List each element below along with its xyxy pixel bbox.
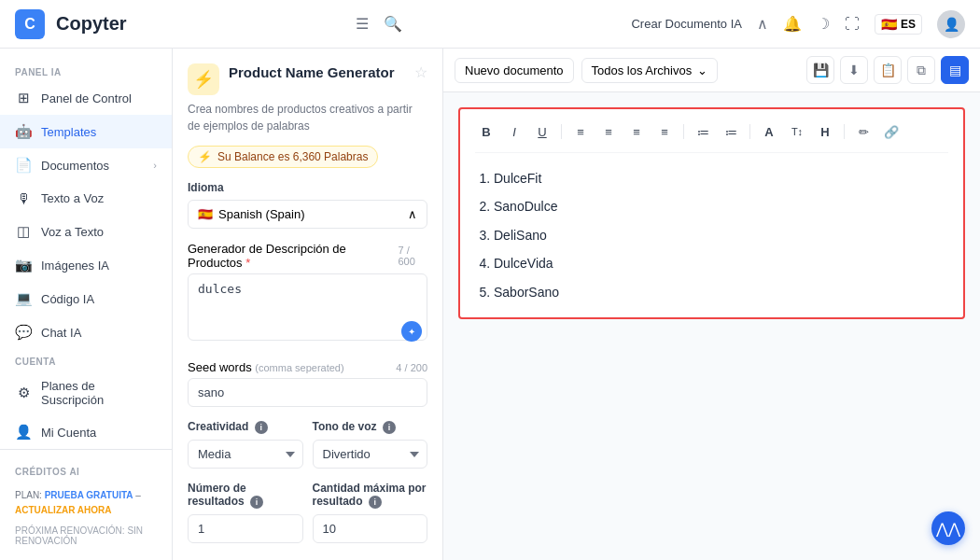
justify-button[interactable]: ≡ [653, 120, 676, 143]
sidebar-item-chat-ia[interactable]: 💬 Chat IA [0, 315, 172, 349]
creativity-info-icon[interactable]: i [255, 421, 268, 434]
language-field-label: Idioma [188, 181, 427, 194]
tone-field: Tono de voz i Divertido [313, 420, 428, 469]
max-field: Cantidad máxima por resultado i [313, 482, 428, 543]
sidebar-bottom: CRÉDITOS AI PLAN: PRUEBA GRATUITA – ACTU… [0, 449, 172, 560]
sidebar-item-codigo-ia[interactable]: 💻 Código IA [0, 282, 172, 315]
list-item: SaborSano [494, 278, 948, 306]
search-icon[interactable]: 🔍 [384, 15, 402, 33]
align-left-button[interactable]: ≡ [569, 120, 592, 143]
list-item: DulceVida [494, 249, 948, 277]
duplicate-icon-btn[interactable]: ⧉ [907, 56, 935, 84]
bold-button[interactable]: B [475, 120, 497, 143]
nav-right: Crear Documento IA ∧ 🔔 ☽ ⛶ 🇪🇸 ES 👤 [631, 10, 965, 38]
underline-button[interactable]: U [531, 120, 553, 143]
scroll-to-top-button[interactable]: ⋀⋀ [931, 511, 965, 545]
plan-renewal-text: PRÓXIMA RENOVACIÓN: SIN RENOVACIÓN [0, 525, 172, 552]
description-counter: 7 / 600 [398, 245, 427, 267]
description-label: Generador de Descripción de Productos * [188, 242, 398, 270]
chevron-right-icon: › [153, 160, 157, 171]
results-input[interactable] [188, 514, 303, 543]
max-label: Cantidad máxima por resultado i [313, 482, 428, 509]
sidebar-item-planes[interactable]: ⚙ Planes de Suscripción [0, 371, 172, 415]
heading-button[interactable]: H [814, 120, 836, 143]
max-input[interactable] [313, 514, 428, 543]
plan-badge: PLAN: PRUEBA GRATUITA – ACTUALIZAR AHORA [0, 481, 172, 525]
font-color-button[interactable]: A [758, 120, 780, 143]
sidebar-item-imagenes-ia[interactable]: 📷 Imágenes IA [0, 248, 172, 282]
tone-select[interactable]: Divertido [313, 440, 428, 469]
text-to-speech-icon: 🎙 [15, 190, 32, 206]
max-info-icon[interactable]: i [369, 496, 382, 509]
ordered-list-button[interactable]: ≔ [692, 120, 714, 143]
download-icon-btn[interactable]: ⬇ [840, 56, 868, 84]
sidebar-item-panel-control[interactable]: ⊞ Panel de Control [0, 81, 172, 115]
user-avatar[interactable]: 👤 [937, 10, 965, 38]
app-name: Copyter [56, 13, 127, 35]
results-field: Número de resultados i [188, 482, 303, 543]
language-badge[interactable]: 🇪🇸 ES [875, 14, 922, 35]
editor-panel: Nuevo documento Todos los Archivos ⌄ 💾 ⬇… [443, 49, 980, 560]
sidebar-item-texto-voz[interactable]: 🎙 Texto a Voz [0, 182, 172, 215]
description-field-row: Generador de Descripción de Productos * … [188, 242, 427, 270]
plan-upgrade-link[interactable]: ACTUALIZAR AHORA [15, 505, 112, 515]
grid-icon: ⊞ [15, 90, 32, 106]
archive-dropdown[interactable]: Todos los Archivos ⌄ [581, 58, 719, 83]
output-list: DulceFitSanoDulceDeliSanoDulceVidaSaborS… [475, 164, 948, 306]
sidebar-label-chat: Chat IA [41, 326, 157, 340]
sidebar-item-documentos[interactable]: 📄 Documentos › [0, 148, 172, 182]
lang-code: ES [901, 18, 916, 31]
dark-mode-icon[interactable]: ☽ [817, 15, 830, 33]
align-center-button[interactable]: ≡ [597, 120, 620, 143]
required-indicator: * [245, 256, 250, 270]
favorite-icon[interactable]: ☆ [414, 63, 427, 81]
editor-toolbar-top: Nuevo documento Todos los Archivos ⌄ 💾 ⬇… [443, 49, 980, 92]
sidebar: PANEL IA ⊞ Panel de Control 🤖 Templates … [0, 49, 173, 560]
unordered-list-button[interactable]: ≔ [720, 120, 742, 143]
notifications-icon[interactable]: 🔔 [783, 15, 802, 33]
save-icon-btn[interactable]: 💾 [806, 56, 834, 84]
ai-assist-icon[interactable]: ✦ [401, 321, 422, 342]
results-label: Número de resultados i [188, 482, 303, 509]
chat-icon: 💬 [15, 324, 32, 341]
copy-icon-btn[interactable]: 📋 [874, 56, 902, 84]
nav-icons-left: ☰ 🔍 [356, 15, 402, 33]
seed-counter: 4 / 200 [396, 362, 427, 373]
language-select[interactable]: 🇪🇸 Spanish (Spain) ∧ [188, 200, 427, 229]
dropdown-chevron-icon: ⌄ [697, 63, 707, 77]
account-icon: 👤 [15, 424, 32, 441]
flag-icon: 🇪🇸 [881, 17, 897, 32]
code-icon: 💻 [15, 290, 32, 307]
new-document-dropdown[interactable]: Nuevo documento [455, 58, 574, 83]
archive-label: Todos los Archivos [592, 63, 693, 77]
fullscreen-icon[interactable]: ⛶ [845, 16, 860, 33]
template-view-btn[interactable]: ▤ [941, 56, 969, 84]
plan-separator: – [135, 490, 141, 500]
lightning-icon: ⚡ [198, 150, 212, 163]
sidebar-item-mi-cuenta[interactable]: 👤 Mi Cuenta [0, 415, 172, 449]
plan-label: PLAN: [15, 490, 42, 500]
plan-free-link[interactable]: PRUEBA GRATUITA [45, 490, 133, 500]
link-button[interactable]: 🔗 [880, 120, 903, 143]
description-textarea[interactable] [188, 273, 427, 341]
creativity-field: Creatividad i Media [188, 420, 303, 469]
sidebar-item-templates[interactable]: 🤖 Templates [0, 115, 172, 148]
subscription-icon: ⚙ [15, 385, 32, 401]
description-textarea-wrap: ✦ [188, 273, 427, 347]
creativity-select[interactable]: Media [188, 440, 303, 469]
brush-button[interactable]: ✏ [852, 120, 875, 143]
font-size-button[interactable]: T↕ [786, 120, 808, 143]
align-right-button[interactable]: ≡ [625, 120, 648, 143]
chevron-up-icon[interactable]: ∧ [757, 15, 768, 33]
sidebar-item-voz-texto[interactable]: ◫ Voz a Texto [0, 215, 172, 248]
italic-button[interactable]: I [503, 120, 525, 143]
seed-input[interactable] [188, 378, 427, 407]
tone-info-icon[interactable]: i [383, 421, 396, 434]
crear-documento-label[interactable]: Crear Documento IA [631, 17, 742, 31]
template-config-panel: ⚡ Product Name Generator ☆ Crea nombres … [173, 49, 443, 560]
menu-icon[interactable]: ☰ [356, 15, 369, 33]
toolbar-divider-2 [683, 124, 684, 139]
speech-to-text-icon: ◫ [15, 223, 32, 240]
results-info-icon[interactable]: i [250, 496, 263, 509]
editor-action-icons: 💾 ⬇ 📋 ⧉ ▤ [806, 56, 969, 84]
